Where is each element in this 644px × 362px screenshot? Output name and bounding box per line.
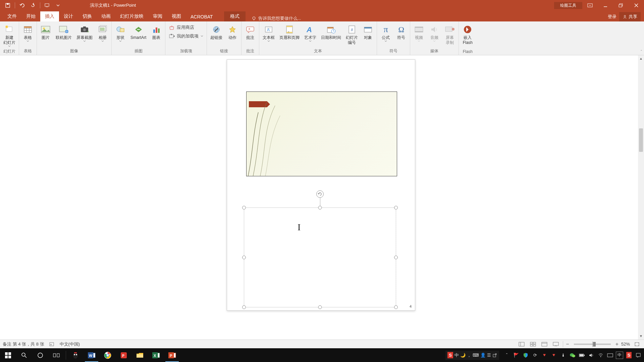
redo-button[interactable] [28,1,38,10]
tell-me-search[interactable]: 告诉我您想要做什么... [252,15,301,21]
slide-sorter-view-button[interactable] [529,341,537,348]
object-button[interactable]: 对象 [361,23,375,41]
resize-handle-tr[interactable] [394,206,398,209]
picture-button[interactable]: 图片 [38,23,53,41]
taskbar-app-pdf[interactable]: P [116,348,132,362]
vertical-scrollbar[interactable]: ▲ ▼ ▴ ▾ [638,55,644,350]
tab-view[interactable]: 视图 [167,11,186,21]
restore-button[interactable] [613,0,629,11]
save-button[interactable] [3,1,13,10]
tray-wifi-icon[interactable] [597,352,604,359]
undo-button[interactable] [17,1,27,10]
store-button[interactable]: 应用商店 [167,23,205,32]
my-addins-button[interactable]: 我的加载项 [167,32,205,40]
scroll-track[interactable] [639,61,643,333]
new-slide-button[interactable]: 新建 幻灯片 [1,23,17,48]
tray-sogou-icon[interactable]: S [625,352,633,359]
taskbar-app-word[interactable]: W [84,348,100,362]
resize-handle-ml[interactable] [242,256,246,259]
start-button[interactable] [0,348,16,362]
taskbar-app-explorer[interactable] [132,348,148,362]
chart-button[interactable]: 图表 [149,23,164,41]
tab-insert[interactable]: 插入 [40,11,59,21]
tray-sync-icon[interactable]: ⟳ [531,352,539,359]
tray-battery-icon[interactable] [578,352,586,359]
cortana-button[interactable] [32,348,48,362]
table-button[interactable]: 表格 [20,23,35,43]
taskbar-app-qq[interactable] [67,348,84,362]
tray-app2-icon[interactable]: 🔻 [550,352,557,359]
resize-handle-mr[interactable] [394,256,398,259]
tab-acrobat[interactable]: ACROBAT [186,12,218,21]
tab-format[interactable]: 格式 [224,11,246,21]
fit-to-window-button[interactable] [633,341,641,348]
tab-home[interactable]: 开始 [21,11,40,21]
zoom-out-button[interactable]: − [566,341,569,347]
tray-security-icon[interactable] [522,352,529,359]
resize-handle-br[interactable] [394,305,398,309]
notifications-button[interactable] [635,352,642,359]
tray-app1-icon[interactable]: 🔻 [541,352,548,359]
ribbon-display-options-button[interactable] [582,0,598,11]
tray-overflow-button[interactable]: ˆ [503,352,511,359]
equation-button[interactable]: π 公式 [378,23,393,43]
notes-textbox[interactable]: I [244,207,396,307]
spellcheck-icon[interactable] [49,341,55,347]
symbol-button[interactable]: Ω 符号 [394,23,409,41]
zoom-slider[interactable] [574,344,611,345]
smartart-button[interactable]: SmartArt [128,23,148,41]
screenshot-button[interactable]: + 屏幕截图 [74,23,95,43]
tab-transitions[interactable]: 切换 [78,11,97,21]
tray-volume-icon[interactable] [588,352,595,359]
hyperlink-button[interactable]: 超链接 [208,23,224,41]
share-button[interactable]: 共享 [619,12,641,21]
header-footer-button[interactable]: # 页眉和页脚 [277,23,302,41]
scroll-thumb[interactable] [639,128,643,152]
tray-ime-indicator[interactable]: 中 [616,352,623,359]
minimize-button[interactable] [598,0,613,11]
online-picture-button[interactable]: 联机图片 [54,23,74,41]
close-button[interactable] [629,0,644,11]
wordart-button[interactable]: A 艺术字 [302,23,318,43]
zoom-level[interactable]: 52% [621,342,630,347]
tab-file[interactable]: 文件 [3,11,21,21]
photo-album-button[interactable]: 相册 [95,23,110,43]
zoom-in-button[interactable]: + [615,341,619,347]
ime-toolbar[interactable]: S 中 🌙 ， ⌨ 👤 ☰ [445,351,499,360]
tray-wechat-icon[interactable] [569,352,576,359]
tray-temperature-icon[interactable]: 🌡 [559,352,567,359]
search-button[interactable] [16,348,32,362]
resize-handle-tl[interactable] [242,206,246,209]
embed-flash-button[interactable]: 嵌入 Flash [460,23,475,46]
zoom-slider-thumb[interactable] [593,342,596,347]
normal-view-button[interactable] [517,341,526,348]
tray-flag-icon[interactable]: 🚩 [513,352,520,359]
slideshow-view-button[interactable] [551,341,560,348]
scroll-up-button[interactable]: ▲ [638,55,644,61]
taskbar-app-powerpoint[interactable]: P [164,348,180,362]
scroll-down-button[interactable]: ▼ [638,333,644,339]
tab-design[interactable]: 设计 [59,11,78,21]
textbox-button[interactable]: A 文本框 [261,23,277,43]
slide-thumbnail[interactable] [246,92,397,176]
start-from-beginning-button[interactable] [42,1,52,10]
datetime-button[interactable]: 日期和时间 [319,23,343,41]
resize-handle-bm[interactable] [318,305,322,309]
action-button[interactable]: 动作 [225,23,240,41]
resize-handle-tm[interactable] [318,206,322,209]
comment-button[interactable]: + 批注 [243,23,258,41]
audio-button[interactable]: 音频 [427,23,442,43]
rotation-handle[interactable] [316,190,324,198]
language-indicator[interactable]: 中文(中国) [60,341,80,347]
reading-view-button[interactable] [540,341,549,348]
video-button[interactable]: 视频 [412,23,426,43]
task-view-button[interactable] [48,348,64,362]
slide-number-button[interactable]: # 幻灯片 编号 [344,23,360,46]
qat-customize-button[interactable] [53,1,63,10]
screen-recording-button[interactable]: 屏幕 录制 [442,23,457,46]
taskbar-app-excel[interactable]: X [148,348,164,362]
taskbar-app-chrome[interactable] [100,348,116,362]
tab-review[interactable]: 审阅 [148,11,167,21]
resize-handle-bl[interactable] [242,305,246,309]
shapes-button[interactable]: 形状 [113,23,128,43]
